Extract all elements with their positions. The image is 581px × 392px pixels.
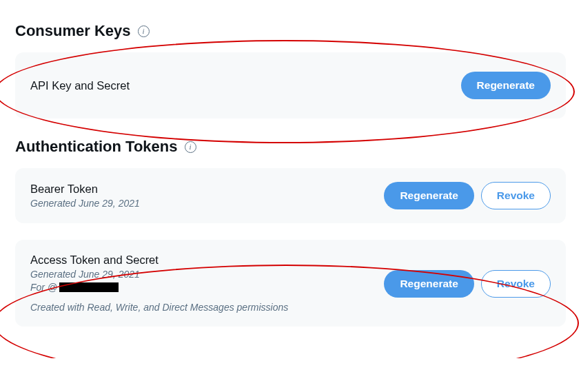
generated-date-bearer: Generated June 29, 2021	[30, 198, 140, 209]
card-title-access: Access Token and Secret	[30, 254, 288, 267]
permissions-line: Created with Read, Write, and Direct Mes…	[30, 302, 288, 313]
heading-auth-tokens: Authentication Tokens	[15, 138, 178, 156]
for-handle-line: For @	[30, 282, 288, 293]
section-head-auth-tokens: Authentication Tokens i	[15, 138, 566, 156]
regenerate-access-button[interactable]: Regenerate	[384, 270, 473, 298]
generated-date-access: Generated June 29, 2021	[30, 269, 288, 280]
permissions-link[interactable]: Read, Write, and Direct Messages	[87, 302, 234, 313]
revoke-access-button[interactable]: Revoke	[481, 270, 551, 298]
card-access-token-secret: Access Token and Secret Generated June 2…	[15, 240, 566, 327]
perm-suffix: permissions	[234, 302, 289, 313]
card-title-api-key: API Key and Secret	[30, 79, 130, 92]
heading-consumer-keys: Consumer Keys	[15, 22, 131, 40]
card-title-bearer: Bearer Token	[30, 183, 140, 196]
revoke-bearer-button[interactable]: Revoke	[481, 182, 551, 209]
section-head-consumer-keys: Consumer Keys i	[15, 22, 566, 40]
card-api-key-secret: API Key and Secret Regenerate	[15, 52, 566, 118]
info-icon[interactable]: i	[185, 141, 196, 153]
regenerate-api-key-button[interactable]: Regenerate	[461, 72, 551, 99]
perm-prefix: Created with	[30, 302, 87, 313]
for-prefix: For @	[30, 282, 57, 293]
redacted-handle	[59, 282, 119, 292]
regenerate-bearer-button[interactable]: Regenerate	[384, 182, 473, 209]
card-bearer-token: Bearer Token Generated June 29, 2021 Reg…	[15, 168, 566, 223]
info-icon[interactable]: i	[138, 25, 150, 37]
